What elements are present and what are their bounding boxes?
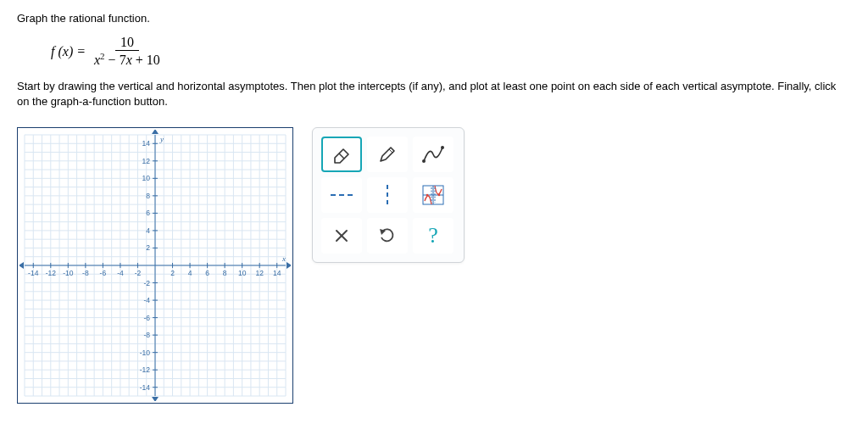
svg-marker-123 <box>152 397 159 401</box>
instruction-text: Start by drawing the vertical and horizo… <box>17 79 851 109</box>
graph-canvas[interactable]: -14-12-10-8-6-4-22468101214-14-12-10-8-6… <box>17 127 293 404</box>
svg-text:-4: -4 <box>117 269 124 277</box>
vertical-asymptote-icon <box>382 183 392 207</box>
svg-point-138 <box>438 194 441 197</box>
svg-marker-120 <box>287 262 291 269</box>
graph-function-icon <box>421 184 445 206</box>
svg-text:-14: -14 <box>140 383 151 392</box>
svg-text:6: 6 <box>146 209 150 218</box>
svg-text:10: 10 <box>238 269 247 277</box>
svg-text:-2: -2 <box>135 269 142 277</box>
delete-button[interactable] <box>321 218 362 254</box>
svg-text:-2: -2 <box>143 279 150 287</box>
svg-text:6: 6 <box>205 269 209 277</box>
svg-text:-4: -4 <box>143 296 150 304</box>
svg-text:y: y <box>159 135 164 143</box>
svg-text:12: 12 <box>255 269 264 277</box>
svg-text:-10: -10 <box>63 269 74 277</box>
undo-icon <box>378 227 397 244</box>
svg-text:2: 2 <box>170 269 175 277</box>
svg-text:10: 10 <box>142 175 151 183</box>
svg-point-137 <box>426 194 429 197</box>
svg-text:x: x <box>281 254 286 263</box>
pencil-icon <box>377 144 398 165</box>
equation-numerator: 10 <box>115 35 139 51</box>
svg-point-126 <box>422 159 426 163</box>
svg-text:4: 4 <box>188 269 192 277</box>
svg-text:-8: -8 <box>82 269 89 277</box>
svg-marker-121 <box>19 262 24 269</box>
svg-marker-122 <box>152 130 159 134</box>
help-button[interactable]: ? <box>413 218 453 254</box>
equation-lhs: f (x) = <box>51 44 86 59</box>
svg-text:-12: -12 <box>140 365 151 374</box>
pencil-tool-button[interactable] <box>367 137 408 172</box>
svg-text:4: 4 <box>146 226 150 235</box>
svg-text:8: 8 <box>223 269 227 277</box>
svg-text:12: 12 <box>142 157 151 165</box>
equation: f (x) = 10 x2 − 7x + 10 <box>51 35 851 69</box>
svg-text:14: 14 <box>142 139 151 148</box>
svg-text:-6: -6 <box>100 269 107 277</box>
question-mark-icon: ? <box>428 223 438 248</box>
vertical-asymptote-button[interactable] <box>367 177 408 213</box>
eraser-tool-button[interactable] <box>321 137 362 172</box>
graph-a-function-button[interactable] <box>413 177 453 213</box>
svg-text:2: 2 <box>146 244 150 253</box>
horizontal-asymptote-icon <box>329 190 354 200</box>
x-icon <box>334 228 349 243</box>
tool-panel: ? <box>312 127 465 263</box>
svg-text:14: 14 <box>273 269 281 277</box>
svg-text:-10: -10 <box>140 349 151 357</box>
prompt-text: Graph the rational function. <box>17 12 851 25</box>
svg-point-127 <box>441 146 444 149</box>
svg-text:-6: -6 <box>143 314 150 322</box>
equation-denominator: x2 − 7x + 10 <box>89 51 165 69</box>
undo-button[interactable] <box>367 218 408 254</box>
svg-text:-14: -14 <box>28 269 39 277</box>
eraser-icon <box>331 145 353 164</box>
svg-text:-8: -8 <box>143 331 150 339</box>
curve-icon <box>421 144 445 165</box>
svg-text:-12: -12 <box>46 269 57 277</box>
curve-tool-button[interactable] <box>413 137 453 172</box>
horizontal-asymptote-button[interactable] <box>321 177 362 213</box>
svg-text:8: 8 <box>146 192 150 200</box>
